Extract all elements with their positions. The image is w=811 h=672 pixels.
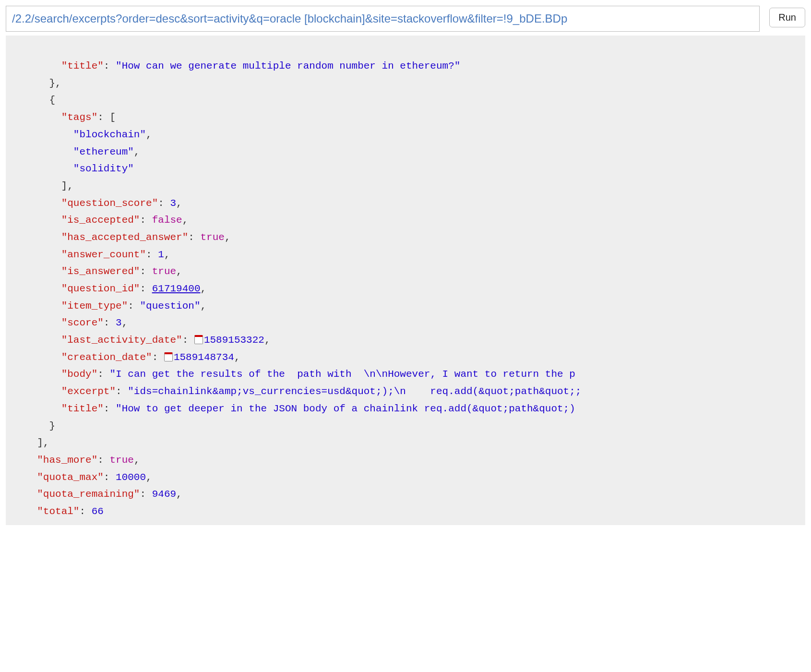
json-string: "blockchain" <box>73 129 146 140</box>
json-key: "is_answered" <box>61 266 140 277</box>
json-key: "title" <box>61 403 104 414</box>
json-key: "quota_max" <box>37 472 104 483</box>
calendar-icon <box>164 352 173 361</box>
run-button[interactable]: Run <box>769 8 805 27</box>
calendar-icon <box>194 335 203 344</box>
json-string: "How to get deeper in the JSON body of a… <box>116 403 575 414</box>
json-key: "quota_remaining" <box>37 489 140 500</box>
json-string: "solidity" <box>73 163 134 174</box>
json-number: 3 <box>170 198 176 209</box>
json-text <box>25 60 61 72</box>
json-key: "question_id" <box>61 283 140 294</box>
json-key: "has_more" <box>37 455 97 466</box>
json-number: 66 <box>92 506 104 517</box>
json-key: "title" <box>61 60 104 72</box>
json-number: 1589153322 <box>204 335 264 346</box>
json-string: "ids=chainlink&amp;vs_currencies=usd&quo… <box>128 386 581 397</box>
json-key: "body" <box>61 369 98 380</box>
json-string: "question" <box>140 300 200 312</box>
json-number: 10000 <box>116 472 146 483</box>
json-key: "excerpt" <box>61 386 116 397</box>
json-string: "I can get the results of the path with … <box>109 369 575 380</box>
json-number: 1 <box>158 249 164 260</box>
json-boolean: true <box>109 455 133 466</box>
json-key: "question_score" <box>61 198 158 209</box>
json-key: "creation_date" <box>61 352 152 363</box>
json-boolean: true <box>152 266 176 277</box>
json-key: "has_accepted_answer" <box>61 232 189 243</box>
json-boolean: true <box>201 232 225 243</box>
header-row: /2.2/search/excerpts?order=desc&sort=act… <box>6 6 805 32</box>
json-number: 1589148734 <box>174 352 234 363</box>
json-string: "ethereum" <box>73 146 134 157</box>
question-id-link[interactable]: 61719400 <box>152 283 201 294</box>
json-key: "item_type" <box>61 300 128 312</box>
json-key: "tags" <box>61 112 98 123</box>
json-key: "is_accepted" <box>61 215 140 226</box>
json-key: "score" <box>61 317 104 328</box>
json-number: 3 <box>116 317 122 328</box>
json-key: "last_activity_date" <box>61 335 182 346</box>
json-key: "answer_count" <box>61 249 146 260</box>
api-url-input[interactable]: /2.2/search/excerpts?order=desc&sort=act… <box>6 6 760 32</box>
json-string: "How can we generate multiple random num… <box>116 60 460 72</box>
json-response-pane[interactable]: "title": "How can we generate multiple r… <box>6 36 805 525</box>
json-key: "total" <box>37 506 79 517</box>
json-number: 9469 <box>152 489 176 500</box>
json-boolean: false <box>152 215 182 226</box>
